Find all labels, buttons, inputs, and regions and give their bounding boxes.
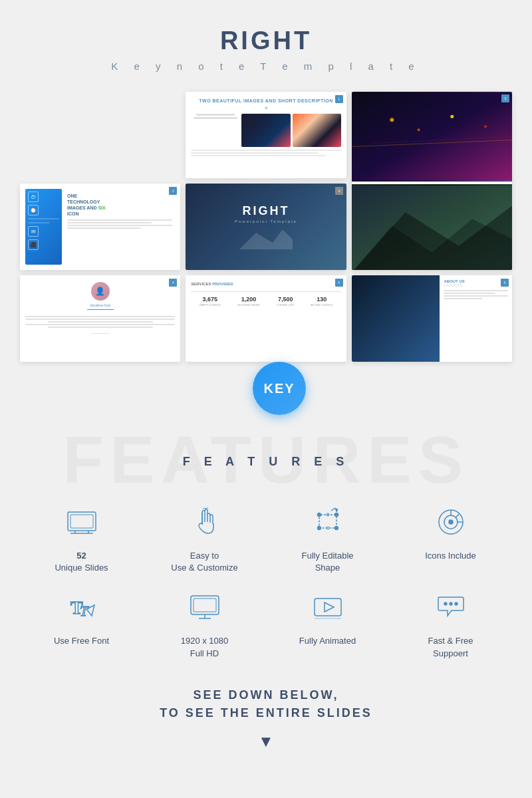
- feature-icons-include: Icons Include: [396, 502, 505, 574]
- page-title: RIGHT: [0, 27, 532, 55]
- slide-card-1: 1 TWO BEAUTIFUL IMAGES AND SHORT DESCRIP…: [186, 92, 346, 178]
- features-grid: 52Unique Slides Easy toUse & Customize: [0, 482, 532, 581]
- svg-rect-41: [315, 598, 341, 616]
- chat-icon: [431, 587, 471, 627]
- feature-easy-label: Easy toUse & Customize: [171, 550, 237, 574]
- font-icon: T T: [62, 587, 102, 627]
- feature-hd-label: 1920 x 1080Full HD: [181, 635, 229, 659]
- svg-point-22: [317, 527, 321, 530]
- slides-container: 1 TWO BEAUTIFUL IMAGES AND SHORT DESCRIP…: [0, 85, 532, 408]
- slide-card-5: 5 SERVICES PROVIDED 3,675 HAPPY CLIENTS …: [186, 275, 346, 362]
- slide-card-tall: 3: [352, 92, 512, 270]
- svg-rect-19: [319, 515, 336, 528]
- feature-support-label: Fast & FreeSuppoert: [428, 635, 473, 659]
- cta-arrow: ▼: [13, 732, 519, 751]
- svg-line-32: [456, 514, 459, 518]
- svg-marker-10: [239, 229, 293, 249]
- svg-point-20: [317, 513, 321, 517]
- svg-point-1: [390, 118, 394, 122]
- page-subtitle: K e y n o t e T e m p l a t e: [0, 61, 532, 72]
- svg-point-3: [450, 115, 454, 118]
- cta-section: SEE DOWN BELOW, TO SEE THE ENTIRE SLIDES…: [0, 666, 532, 764]
- slide-card-4: 4 👤 Jonathan Doe ──────────: [20, 275, 180, 362]
- feature-support: Fast & FreeSuppoert: [396, 587, 505, 659]
- svg-point-30: [449, 520, 453, 524]
- svg-rect-40: [194, 598, 216, 612]
- feature-full-hd: 1920 x 1080Full HD: [150, 587, 259, 659]
- cta-title: SEE DOWN BELOW, TO SEE THE ENTIRE SLIDES: [13, 686, 519, 722]
- feature-editable-shape: Fully EditableShape: [273, 502, 382, 574]
- key-badge: KEY: [253, 362, 306, 415]
- svg-point-46: [455, 602, 458, 605]
- svg-line-17: [205, 508, 207, 509]
- slide-card-3: ✕ RIGHT Powerpoint Template: [186, 184, 346, 270]
- feature-easy-to-use: Easy toUse & Customize: [150, 502, 259, 574]
- svg-line-16: [203, 508, 205, 509]
- slides-grid: 1 TWO BEAUTIFUL IMAGES AND SHORT DESCRIP…: [20, 92, 512, 362]
- feature-icons-label: Icons Include: [425, 550, 476, 562]
- disc-icon: [431, 502, 471, 542]
- shape-icon: [308, 502, 348, 542]
- svg-point-44: [444, 602, 447, 605]
- svg-marker-27: [335, 508, 338, 512]
- hand-icon: [185, 502, 225, 542]
- feature-font-label: Use Free Font: [54, 635, 109, 647]
- svg-point-45: [450, 602, 452, 605]
- svg-rect-12: [70, 515, 93, 528]
- feature-animated-label: Fully Animated: [299, 635, 356, 647]
- slide-card-2: 2 ⏱ ⌚ ✉ ⬛ ONETECHNOLOGYIMAGES AND SIXICO…: [20, 184, 180, 270]
- monitor-icon: [185, 587, 225, 627]
- feature-free-font: T T Use Free Font: [27, 587, 136, 659]
- svg-point-23: [334, 527, 338, 530]
- svg-point-4: [484, 125, 487, 128]
- svg-marker-42: [325, 602, 334, 612]
- play-icon: [308, 587, 348, 627]
- feature-shape-label: Fully EditableShape: [301, 550, 353, 574]
- slides-icon: [62, 502, 102, 542]
- svg-line-26: [331, 508, 335, 511]
- header-section: RIGHT K e y n o t e T e m p l a t e: [0, 0, 532, 85]
- svg-point-21: [334, 513, 338, 517]
- features-grid-row2: T T Use Free Font 1920 x 1080Full HD: [0, 581, 532, 666]
- slide-card-6: 6 ABOUT USLAYOUTS: [352, 275, 512, 362]
- feature-unique-slides: 52Unique Slides: [27, 502, 136, 574]
- features-title: F E A T U R E S: [13, 455, 519, 469]
- svg-rect-0: [352, 93, 512, 180]
- feature-animated: Fully Animated: [273, 587, 382, 659]
- feature-slides-label: 52Unique Slides: [55, 550, 108, 574]
- svg-line-18: [207, 507, 208, 509]
- features-section: FEATURES F E A T U R E S: [0, 408, 532, 482]
- svg-point-2: [417, 128, 420, 131]
